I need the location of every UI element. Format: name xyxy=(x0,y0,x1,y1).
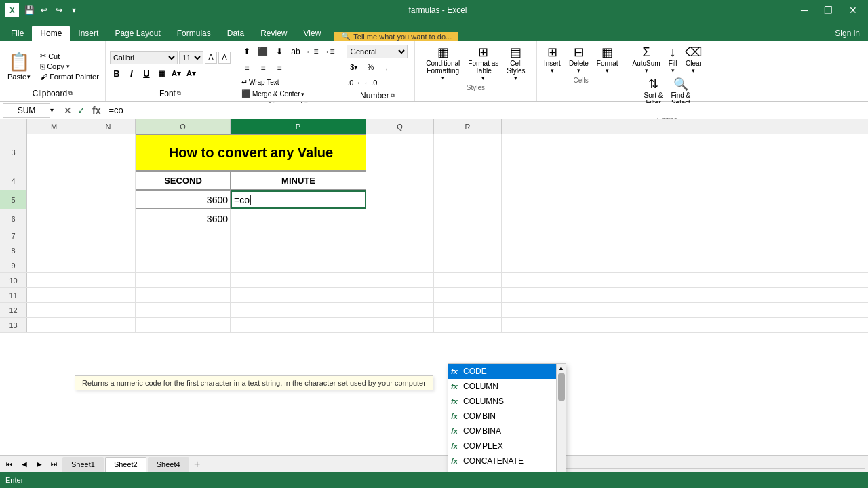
cell-n5[interactable] xyxy=(81,190,136,209)
cell-p6[interactable] xyxy=(231,209,366,228)
cell-r4[interactable] xyxy=(434,171,502,190)
font-name-select[interactable]: Calibri xyxy=(110,51,178,64)
font-color-button[interactable]: A▾ xyxy=(184,67,198,81)
format-arrow[interactable]: ▾ xyxy=(606,67,609,74)
tab-insert[interactable]: Insert xyxy=(70,26,106,41)
cell-n6[interactable] xyxy=(81,209,136,228)
cell-o5[interactable]: 3600 xyxy=(136,190,231,209)
increase-font-size-button[interactable]: A xyxy=(205,52,217,64)
cell-m11[interactable] xyxy=(27,288,81,302)
col-header-r[interactable]: R xyxy=(434,119,502,134)
tab-view[interactable]: View xyxy=(296,26,330,41)
name-box[interactable]: SUM xyxy=(3,103,50,118)
undo-button[interactable]: ↩ xyxy=(38,4,50,16)
autocomplete-item[interactable]: fx COMBINA xyxy=(448,424,566,439)
cell-o9[interactable] xyxy=(136,258,231,272)
redo-button[interactable]: ↪ xyxy=(53,4,65,16)
cell-r7[interactable] xyxy=(434,228,502,243)
cell-r3[interactable] xyxy=(434,134,502,171)
cell-r10[interactable] xyxy=(434,273,502,287)
cell-p4[interactable]: MINUTE xyxy=(231,171,366,190)
cell-m6[interactable] xyxy=(27,209,81,228)
cell-q9[interactable] xyxy=(366,258,434,272)
cell-q3[interactable] xyxy=(366,134,434,171)
format-painter-button[interactable]: 🖌 Format Painter xyxy=(38,72,101,81)
customize-quick-access-button[interactable]: ▾ xyxy=(68,4,80,16)
col-header-p[interactable]: P xyxy=(231,119,366,134)
autosum-arrow[interactable]: ▾ xyxy=(645,67,648,74)
cell-n7[interactable] xyxy=(81,228,136,243)
autosum-button[interactable]: Σ AutoSum ▾ xyxy=(629,44,663,75)
comma-button[interactable]: , xyxy=(379,60,394,74)
row-num-5[interactable]: 5 xyxy=(0,190,27,209)
text-orientation-button[interactable]: ab xyxy=(288,45,303,58)
align-right-button[interactable]: ≡ xyxy=(272,61,287,75)
row-num-9[interactable]: 9 xyxy=(0,258,27,272)
delete-button[interactable]: ⊟ Delete ▾ xyxy=(566,43,591,75)
format-button[interactable]: ▦ Format ▾ xyxy=(594,43,621,75)
cell-q4[interactable] xyxy=(366,171,434,190)
cell-n12[interactable] xyxy=(81,303,136,317)
clear-button[interactable]: ⌫ Clear ▾ xyxy=(682,43,705,75)
scroll-thumb[interactable] xyxy=(558,373,565,401)
sheet-nav-last[interactable]: ⏭ xyxy=(47,458,61,471)
cell-m5[interactable] xyxy=(27,190,81,209)
cut-button[interactable]: ✂ Cut xyxy=(38,51,101,61)
indent-decrease-button[interactable]: ←≡ xyxy=(304,45,319,58)
close-button[interactable]: ✕ xyxy=(844,5,863,16)
sheet-tab-sheet2[interactable]: Sheet2 xyxy=(105,457,146,472)
sheet-nav-first[interactable]: ⏮ xyxy=(3,458,16,471)
cell-p10[interactable] xyxy=(231,273,366,287)
italic-button[interactable]: I xyxy=(125,67,138,81)
col-header-o[interactable]: O xyxy=(136,119,231,134)
col-header-m[interactable]: M xyxy=(27,119,81,134)
row-num-4[interactable]: 4 xyxy=(0,171,27,190)
clear-arrow[interactable]: ▾ xyxy=(692,67,695,74)
tab-home[interactable]: Home xyxy=(32,26,70,41)
cell-p5[interactable]: =co xyxy=(231,190,366,209)
cell-n11[interactable] xyxy=(81,288,136,302)
cell-r12[interactable] xyxy=(434,303,502,317)
delete-arrow[interactable]: ▾ xyxy=(577,67,580,74)
align-middle-button[interactable]: ⬛ xyxy=(256,45,271,58)
cell-o13[interactable] xyxy=(136,318,231,332)
tab-formulas[interactable]: Formulas xyxy=(169,26,219,41)
fill-arrow[interactable]: ▾ xyxy=(671,67,675,74)
cell-q13[interactable] xyxy=(366,318,434,332)
cell-r6[interactable] xyxy=(434,209,502,228)
cell-o6[interactable]: 3600 xyxy=(136,209,231,228)
align-bottom-button[interactable]: ⬇ xyxy=(272,45,287,58)
cell-r9[interactable] xyxy=(434,258,502,272)
decrease-decimal-button[interactable]: ←.0 xyxy=(363,76,378,89)
sheet-nav-prev[interactable]: ◀ xyxy=(18,458,31,471)
number-expand-icon[interactable]: ⧉ xyxy=(391,92,395,99)
sign-in-button[interactable]: Sign in xyxy=(827,26,868,41)
cell-m4[interactable] xyxy=(27,171,81,190)
row-num-8[interactable]: 8 xyxy=(0,243,27,258)
row-num-12[interactable]: 12 xyxy=(0,303,27,317)
underline-button[interactable]: U xyxy=(140,67,153,81)
autocomplete-item[interactable]: fx CODE xyxy=(448,364,566,379)
autocomplete-item[interactable]: fx CONCATENATE xyxy=(448,453,566,468)
row-num-11[interactable]: 11 xyxy=(0,288,27,302)
paste-button[interactable]: 📋 Paste ▾ xyxy=(4,49,34,83)
tab-file[interactable]: File xyxy=(3,26,32,41)
cell-n9[interactable] xyxy=(81,258,136,272)
currency-button[interactable]: $▾ xyxy=(347,60,361,74)
insert-button[interactable]: ⊞ Insert ▾ xyxy=(541,43,564,75)
cell-r13[interactable] xyxy=(434,318,502,332)
cell-q6[interactable] xyxy=(366,209,434,228)
formula-cancel-button[interactable]: ✕ xyxy=(62,105,73,116)
row-num-13[interactable]: 13 xyxy=(0,318,27,332)
row-num-3[interactable]: 3 xyxy=(0,134,27,171)
row-num-6[interactable]: 6 xyxy=(0,209,27,228)
cell-q12[interactable] xyxy=(366,303,434,317)
cell-r5[interactable] xyxy=(434,190,502,209)
sheet-tab-sheet4[interactable]: Sheet4 xyxy=(148,457,189,472)
insert-arrow[interactable]: ▾ xyxy=(551,67,554,74)
col-header-n[interactable]: N xyxy=(81,119,136,134)
cell-n8[interactable] xyxy=(81,243,136,258)
restore-button[interactable]: ❐ xyxy=(818,5,838,16)
autocomplete-item[interactable]: fx COLUMNS xyxy=(448,394,566,409)
format-as-table-arrow[interactable]: ▾ xyxy=(481,75,485,81)
